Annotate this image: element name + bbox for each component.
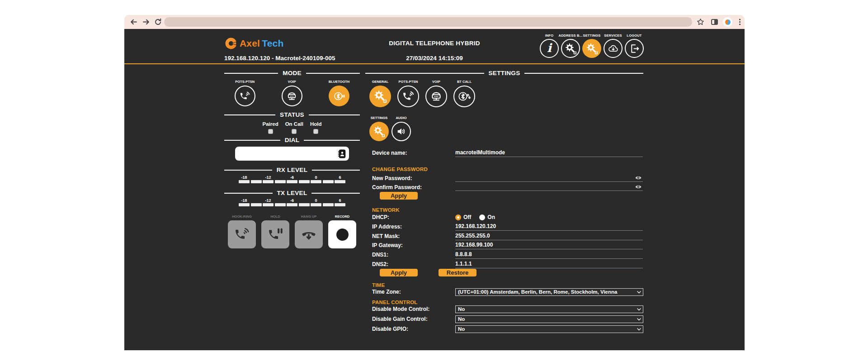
- app-header: AxelTech 192.168.120.120 - Macrotel-2401…: [124, 29, 745, 64]
- time-heading: TIME: [372, 282, 385, 288]
- dns1-row: DNS1: 8.8.8.8: [365, 251, 643, 259]
- nav-item-logout[interactable]: LOGOUT: [625, 33, 644, 58]
- settings-tabs: GENERAL POTS-PTSN VOIP: [369, 80, 475, 107]
- browser-window: AxelTech 192.168.120.120 - Macrotel-2401…: [124, 15, 745, 350]
- speaker-icon: [392, 122, 411, 141]
- tx-segment[interactable]: [263, 203, 274, 206]
- sidebar-toggle-icon[interactable]: [711, 19, 718, 25]
- hook-ring-button[interactable]: HOOK-RING: [228, 214, 256, 248]
- subtab-audio[interactable]: AUDIO: [392, 116, 411, 141]
- info-icon: i: [540, 39, 559, 58]
- eye-icon[interactable]: [635, 174, 642, 180]
- tab-voip[interactable]: VOIP: [425, 80, 447, 107]
- mode-pots-ptsn[interactable]: POTS-PTSN: [235, 80, 255, 106]
- nav-item-info[interactable]: INFO i: [540, 33, 559, 58]
- gear-wrench-icon: [369, 86, 391, 107]
- hang-up-button[interactable]: HANG UP: [295, 214, 323, 248]
- rx-segment[interactable]: [335, 180, 345, 183]
- tx-segment[interactable]: [335, 203, 345, 206]
- dhcp-radio-group: Off On: [455, 214, 495, 220]
- tx-segment[interactable]: [287, 203, 297, 206]
- net-mask-field[interactable]: 255.255.255.0: [455, 233, 643, 240]
- confirm-password-field[interactable]: [455, 185, 643, 191]
- password-apply-button[interactable]: Apply: [380, 192, 418, 200]
- network-apply-button[interactable]: Apply: [380, 269, 418, 276]
- tab-general[interactable]: GENERAL: [369, 80, 391, 107]
- profile-avatar[interactable]: [723, 17, 732, 27]
- eye-icon[interactable]: [635, 183, 642, 189]
- rx-segment[interactable]: [311, 180, 321, 183]
- browser-menu-icon[interactable]: [736, 18, 744, 26]
- mode-section-title: MODE: [224, 70, 360, 76]
- dial-section-title: DIAL: [224, 137, 360, 143]
- panel-control-heading: PANEL CONTROL: [372, 300, 418, 305]
- network-restore-button[interactable]: Restore: [439, 269, 476, 276]
- time-zone-select[interactable]: (UTC+01:00) Amsterdam, Berlin, Bern, Rom…: [455, 288, 643, 296]
- dns2-row: DNS2: 1.1.1.1: [365, 261, 643, 269]
- rx-segment[interactable]: [239, 180, 250, 183]
- hold-button[interactable]: HOLD: [261, 214, 289, 248]
- record-button[interactable]: RECORD: [328, 214, 356, 248]
- chevron-down-icon: [637, 328, 641, 331]
- tx-segment[interactable]: [311, 203, 321, 206]
- forward-icon[interactable]: [142, 18, 150, 26]
- tx-level-title: TX LEVEL: [224, 190, 360, 196]
- app-content: AxelTech 192.168.120.120 - Macrotel-2401…: [124, 29, 745, 350]
- dial-input[interactable]: [239, 147, 334, 161]
- rx-level-slider: [239, 180, 345, 183]
- disable-gpio-select[interactable]: No: [455, 325, 643, 333]
- disable-mode-control-select[interactable]: No: [455, 305, 643, 313]
- network-heading: NETWORK: [372, 207, 400, 213]
- new-password-row: New Password:: [365, 175, 643, 183]
- status-hold: Hold: [310, 121, 322, 134]
- url-bar[interactable]: [164, 17, 692, 27]
- bookmark-star-icon[interactable]: [697, 18, 704, 26]
- phone-waves-icon: [397, 86, 419, 107]
- mode-bluetooth[interactable]: BLUETOOTH: [329, 80, 350, 106]
- tx-segment[interactable]: [323, 203, 334, 206]
- dns2-field[interactable]: 1.1.1.1: [455, 261, 643, 268]
- nav-item-services[interactable]: SERVICES: [604, 33, 623, 58]
- address-book-icon[interactable]: [336, 148, 347, 159]
- browser-toolbar: [124, 15, 745, 29]
- dns1-field[interactable]: 8.8.8.8: [455, 251, 643, 259]
- gear-wrench-icon: [582, 39, 601, 58]
- tab-bt-call[interactable]: BT CALL: [453, 80, 475, 107]
- bluetooth-icon: [329, 86, 349, 106]
- rx-segment[interactable]: [263, 180, 274, 183]
- settings-section-title: SETTINGS: [365, 70, 643, 76]
- disable-gain-control-row: Disable Gain Control: No: [365, 315, 643, 324]
- device-name-field[interactable]: macrotelMultimode: [455, 149, 643, 157]
- back-icon[interactable]: [130, 18, 137, 26]
- bluetooth-call-icon: [453, 86, 475, 107]
- tx-segment[interactable]: [299, 203, 310, 206]
- call-controls: HOOK-RING HOLD HANG UP: [224, 214, 360, 248]
- rx-segment[interactable]: [251, 180, 262, 183]
- disable-gain-control-select[interactable]: No: [455, 315, 643, 323]
- tx-segment[interactable]: [251, 203, 262, 206]
- rx-segment[interactable]: [299, 180, 310, 183]
- hang-up-icon: [295, 220, 323, 248]
- rx-segment[interactable]: [275, 180, 286, 183]
- tx-segment[interactable]: [275, 203, 286, 206]
- dhcp-row: DHCP: Off On: [365, 214, 643, 222]
- reload-icon[interactable]: [154, 18, 162, 26]
- subtab-settings[interactable]: SETTINGS: [369, 116, 389, 141]
- ip-gateway-field[interactable]: 192.168.99.100: [455, 242, 643, 249]
- dhcp-off-option[interactable]: Off: [455, 214, 471, 220]
- nav-item-address-book[interactable]: ADDRESS B...: [561, 33, 580, 58]
- ip-address-field[interactable]: 192.168.120.120: [455, 223, 643, 231]
- phone-pause-icon: [261, 220, 289, 248]
- rx-segment[interactable]: [323, 180, 334, 183]
- settings-panel: SETTINGS GENERAL POTS-PTSN VOIP: [365, 65, 643, 346]
- tab-pots-ptsn[interactable]: POTS-PTSN: [397, 80, 419, 107]
- dhcp-on-option[interactable]: On: [479, 214, 495, 220]
- gear-wrench-icon: [369, 122, 389, 141]
- time-zone-row: Time Zone: (UTC+01:00) Amsterdam, Berlin…: [365, 288, 643, 296]
- radio-selected-icon: [455, 214, 461, 220]
- tx-segment[interactable]: [239, 203, 250, 206]
- new-password-field[interactable]: [455, 176, 643, 182]
- rx-segment[interactable]: [287, 180, 297, 183]
- nav-item-settings[interactable]: SETTINGS: [582, 33, 601, 58]
- mode-voip[interactable]: VOIP: [282, 80, 302, 106]
